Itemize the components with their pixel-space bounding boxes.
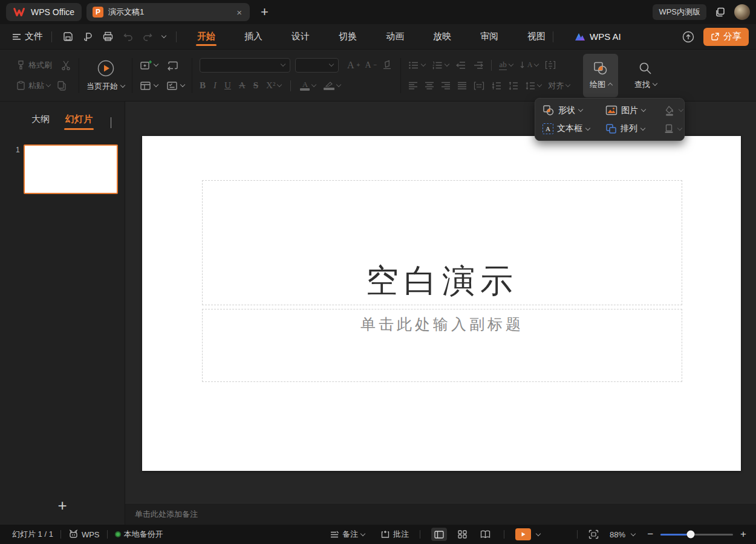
- normal-view-button[interactable]: [431, 528, 447, 541]
- subtitle-placeholder[interactable]: 单击此处输入副标题: [202, 309, 682, 382]
- increase-font-button[interactable]: A+: [347, 60, 360, 71]
- tab-outline[interactable]: 大纲: [31, 114, 50, 130]
- divider: [553, 31, 553, 42]
- format-painter-button[interactable]: 格式刷: [16, 60, 52, 71]
- decrease-indent-icon[interactable]: [455, 61, 466, 70]
- shapes-menu-item[interactable]: 形状: [543, 105, 605, 116]
- superscript-button[interactable]: X²: [266, 80, 281, 91]
- zoom-level[interactable]: 88%: [610, 530, 625, 539]
- clear-format-icon[interactable]: [382, 60, 393, 70]
- zoom-slider-thumb[interactable]: [687, 531, 695, 539]
- font-name-select[interactable]: [200, 58, 290, 73]
- slide-sorter-view-button[interactable]: [454, 528, 470, 541]
- app-logo-button[interactable]: WPS Office: [6, 3, 82, 21]
- text-direction-button[interactable]: A: [520, 60, 539, 70]
- align-left-icon[interactable]: [408, 82, 418, 89]
- zoom-in-button[interactable]: +: [739, 528, 748, 540]
- notes-toggle-button[interactable]: 备注: [330, 529, 365, 540]
- draw-button[interactable]: 绘图: [583, 54, 618, 97]
- user-avatar[interactable]: [734, 4, 750, 20]
- print-icon[interactable]: [98, 31, 118, 42]
- new-tab-button[interactable]: +: [261, 4, 269, 20]
- slide-thumbnail[interactable]: [24, 144, 118, 194]
- italic-button[interactable]: I: [213, 80, 217, 91]
- fit-slide-button[interactable]: [588, 529, 599, 539]
- document-tab[interactable]: P 演示文稿1 ×: [86, 3, 250, 21]
- notes-pane[interactable]: 单击此处添加备注: [125, 503, 756, 525]
- align-center-icon[interactable]: [425, 82, 434, 89]
- beta-version-button[interactable]: WPS内测版: [653, 4, 706, 20]
- fill-color-menu-item[interactable]: [663, 105, 685, 116]
- strike-style-button[interactable]: S: [253, 80, 258, 91]
- export-pdf-icon[interactable]: [78, 31, 98, 42]
- arrange-menu-item[interactable]: 排列: [605, 123, 663, 134]
- slides-sidebar: 大纲 幻灯片 1 +: [0, 102, 125, 525]
- tab-home[interactable]: 开始: [196, 25, 217, 48]
- reading-view-button[interactable]: [477, 528, 493, 541]
- file-menu-button[interactable]: 文件: [10, 31, 45, 42]
- restore-window-icon[interactable]: [715, 7, 726, 18]
- reuse-slide-icon[interactable]: [166, 60, 178, 71]
- shrink-text-button[interactable]: ab: [499, 60, 512, 70]
- numbered-list-button[interactable]: [432, 61, 449, 70]
- close-tab-icon[interactable]: ×: [235, 7, 244, 18]
- bullet-list-button[interactable]: [408, 61, 425, 70]
- tab-slideshow[interactable]: 放映: [432, 25, 452, 48]
- textbox-menu-item[interactable]: A 文本框: [543, 123, 605, 134]
- zoom-out-button[interactable]: −: [646, 528, 654, 540]
- decrease-font-button[interactable]: A−: [365, 60, 377, 70]
- wps-assistant-button[interactable]: WPS: [68, 529, 100, 539]
- underline-button[interactable]: U: [224, 80, 231, 91]
- add-slide-button[interactable]: +: [0, 496, 125, 515]
- font-size-select[interactable]: [295, 58, 339, 73]
- tab-review[interactable]: 审阅: [479, 25, 500, 48]
- increase-indent-icon[interactable]: [473, 61, 484, 70]
- save-icon[interactable]: [58, 31, 78, 42]
- slide-layout-button[interactable]: [140, 80, 158, 91]
- tab-insert[interactable]: 插入: [243, 25, 264, 48]
- align-justify-icon[interactable]: [457, 82, 467, 89]
- line-spacing-button[interactable]: [525, 82, 541, 90]
- slides-group: [134, 57, 191, 94]
- tab-view[interactable]: 视图: [526, 25, 547, 48]
- text-align-box-icon[interactable]: [545, 60, 556, 70]
- align-objects-button[interactable]: 对齐: [548, 80, 570, 91]
- decrease-spacing-icon[interactable]: [508, 82, 518, 90]
- zoom-select-chevron-icon[interactable]: [631, 531, 636, 536]
- frame-menu-item[interactable]: [663, 123, 685, 134]
- slide[interactable]: 空白演示 单击此处输入副标题: [142, 136, 741, 471]
- zoom-slider[interactable]: [660, 534, 733, 536]
- picture-menu-item[interactable]: 图片: [605, 105, 663, 116]
- wps-ai-button[interactable]: WPS AI: [574, 31, 621, 42]
- cut-icon[interactable]: [60, 60, 71, 71]
- share-button[interactable]: 分享: [703, 28, 749, 46]
- increase-spacing-icon[interactable]: [491, 82, 501, 90]
- find-button[interactable]: 查找: [627, 54, 664, 97]
- highlight-color-button[interactable]: [324, 81, 341, 90]
- play-from-current-icon[interactable]: [97, 59, 115, 77]
- paste-button[interactable]: 粘贴: [16, 80, 50, 91]
- tab-animation[interactable]: 动画: [385, 25, 405, 48]
- play-from-current-button[interactable]: 当页开始: [86, 81, 125, 92]
- slideshow-button[interactable]: [515, 528, 540, 540]
- new-slide-button[interactable]: [140, 60, 158, 71]
- align-right-icon[interactable]: [441, 82, 451, 89]
- redo-icon[interactable]: [138, 31, 158, 42]
- customize-quickbar-chevron-icon[interactable]: [158, 36, 170, 37]
- local-backup-status[interactable]: 本地备份开: [115, 529, 163, 540]
- comments-button[interactable]: 批注: [380, 529, 409, 540]
- title-placeholder[interactable]: 空白演示: [202, 180, 682, 305]
- tab-design[interactable]: 设计: [290, 25, 311, 48]
- strikethrough-button[interactable]: A: [239, 80, 246, 91]
- collapse-sidebar-icon[interactable]: [111, 117, 111, 128]
- draw-label-row: 绘图: [590, 79, 612, 90]
- cloud-upload-icon[interactable]: [682, 30, 695, 44]
- copy-icon[interactable]: [56, 80, 67, 91]
- distribute-text-icon[interactable]: [474, 82, 484, 90]
- tab-slides[interactable]: 幻灯片: [65, 114, 93, 130]
- bold-button[interactable]: B: [200, 80, 206, 91]
- tab-transitions[interactable]: 切换: [337, 25, 358, 48]
- font-color-button[interactable]: A: [300, 81, 316, 91]
- undo-icon[interactable]: [118, 31, 138, 42]
- slide-design-button[interactable]: [166, 80, 184, 91]
